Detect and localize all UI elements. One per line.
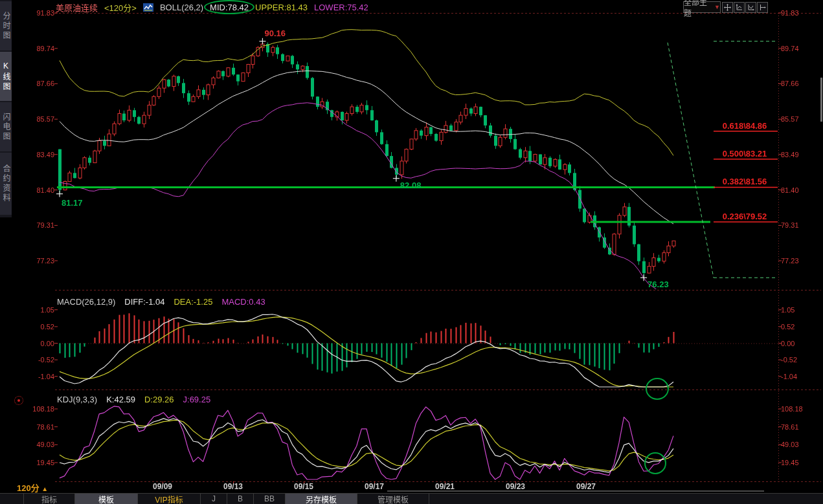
tab-save-template[interactable]: 另存模板: [286, 494, 357, 504]
kdj-axis-label: 19.45: [781, 459, 799, 466]
tab-label: 指标: [41, 494, 57, 504]
y-axis-label: 77.23: [781, 257, 799, 265]
kdj-axis-label: 78.61: [14, 423, 54, 431]
pan-right-icon[interactable]: [757, 2, 768, 13]
y-axis-label: 81.40: [781, 186, 799, 194]
sidebar-item-timeshare-chart[interactable]: 分时图: [0, 1, 12, 50]
bottom-toolbar: 指标 模板 VIP指标 J B BB 另存模板 管理模板: [0, 493, 823, 504]
line-chart-icon[interactable]: [143, 3, 153, 12]
y-axis-label: 89.74: [14, 45, 54, 52]
kdj-axis-label: 108.18: [14, 405, 54, 413]
indicator-settings-icon[interactable]: [14, 396, 23, 405]
macd-axis-label: 0.52: [14, 323, 54, 331]
x-axis-date-label: 09/17: [365, 482, 384, 491]
left-sidebar: 分时图 K线图 闪电图 合约资料: [0, 0, 12, 504]
annotation-ellipse: [204, 0, 254, 14]
fit-axis-icon[interactable]: [734, 2, 745, 13]
theme-dropdown-label: 全部主题: [684, 0, 712, 18]
boll-upper-value: UPPER:81.43: [255, 3, 308, 12]
x-axis-date-label: 09/15: [294, 482, 313, 491]
chart-header: 美原油连续 <120分> BOLL(26,2) MID:78.42 UPPER:…: [56, 1, 368, 13]
chart-canvas[interactable]: [0, 0, 823, 504]
price-marker-label: 81.17: [62, 198, 83, 208]
tab-manage-templates[interactable]: 管理模板: [357, 494, 429, 504]
sidebar-item-label: K线图: [0, 61, 12, 92]
sidebar-item-lightning-chart[interactable]: 闪电图: [0, 102, 12, 151]
app-window: 分时图 K线图 闪电图 合约资料 美原油连续 <120分> BOLL(26,2)…: [0, 0, 823, 504]
vertical-scrollbar[interactable]: [820, 78, 822, 122]
period-label: 120分: [17, 483, 39, 493]
sidebar-item-label: 分时图: [0, 12, 12, 41]
price-marker-label: 90.16: [264, 28, 286, 38]
y-axis-label: 85.57: [14, 115, 54, 123]
x-axis-date-label: 09/09: [153, 482, 172, 491]
tab-label: VIP指标: [155, 494, 183, 504]
y-axis-label: 87.66: [781, 80, 799, 87]
x-axis-date-label: 09/13: [223, 482, 243, 491]
period-tag: <120分>: [104, 1, 137, 14]
y-axis-label: 91.83: [781, 9, 799, 17]
macd-axis-label: 0.00: [781, 340, 795, 347]
macd-axis-label: 0.00: [14, 340, 54, 347]
macd-title: MACD(26,12,9): [57, 297, 115, 307]
tab-indicators[interactable]: 指标: [23, 494, 75, 504]
symbol-title: 美原油连续: [56, 1, 98, 14]
macd-panel-header: MACD(26,12,9) DIFF:-1.04 DEA:-1.25 MACD:…: [57, 297, 265, 307]
kdj-axis-label: 78.61: [781, 423, 799, 431]
macd-axis-label: -0.52: [14, 356, 54, 364]
y-axis-label: 81.40: [14, 186, 54, 194]
period-selector[interactable]: 120分 ▲: [17, 481, 48, 494]
scale-axis-icon[interactable]: [745, 2, 756, 13]
kdj-j-value: J:69.25: [183, 395, 211, 405]
macd-axis-label: -1.04: [781, 373, 797, 380]
triangle-up-icon: ▲: [41, 485, 48, 492]
price-marker-label: 82.08: [400, 181, 422, 190]
kdj-title: KDJ(9,3,3): [57, 395, 97, 405]
horizontal-scrollbar[interactable]: [387, 490, 764, 492]
kdj-axis-label: 19.45: [14, 459, 54, 466]
macd-axis-label: 0.52: [781, 323, 795, 331]
tab-label: 另存模板: [306, 494, 337, 504]
sidebar-item-label: 闪电图: [0, 113, 12, 142]
sidebar-item-contract-info[interactable]: 合约资料: [0, 153, 12, 215]
tab-label: BB: [264, 494, 275, 503]
x-axis-date-label: 09/21: [435, 482, 455, 491]
macd-bar-value: MACD:0.43: [221, 297, 265, 307]
y-axis-label: 87.66: [14, 80, 54, 87]
macd-axis-label: -1.04: [14, 373, 54, 380]
theme-dropdown[interactable]: 全部主题 ▼: [683, 1, 721, 13]
macd-axis-label: 1.05: [781, 306, 795, 314]
macd-dea-value: DEA:-1.25: [174, 297, 212, 307]
boll-lower-value: LOWER:75.42: [314, 3, 368, 12]
macd-diff-value: DIFF:-1.04: [124, 297, 164, 307]
price-marker-label: 76.23: [648, 279, 669, 289]
kdj-axis-label: 49.03: [14, 441, 54, 448]
tab-b[interactable]: B: [227, 494, 254, 504]
y-axis-label: 91.83: [14, 9, 54, 17]
macd-axis-label: -0.52: [781, 356, 797, 364]
tab-label: B: [238, 494, 243, 503]
sidebar-item-kline-chart[interactable]: K线图: [0, 52, 12, 101]
macd-axis-label: 1.05: [14, 306, 54, 314]
x-axis-date-label: 09/27: [576, 482, 596, 491]
tab-j[interactable]: J: [201, 494, 227, 504]
y-axis-label: 79.31: [781, 221, 799, 229]
y-axis-label: 79.31: [14, 221, 54, 229]
y-axis-label: 83.49: [14, 151, 54, 159]
fib-level-label: 0.236\79.52: [712, 212, 777, 221]
tab-label: J: [212, 494, 216, 503]
fib-level-label: 0.618\84.86: [712, 121, 777, 131]
indicator-name: BOLL(26,2): [160, 3, 203, 12]
tab-templates[interactable]: 模板: [75, 494, 138, 504]
move-icon[interactable]: [722, 2, 733, 13]
chevron-down-icon: ▼: [714, 4, 720, 10]
boll-mid-value: MID:78.42: [210, 3, 249, 12]
tab-label: 模板: [98, 494, 114, 504]
kdj-k-value: K:42.59: [106, 395, 135, 405]
fib-level-label: 0.500\83.21: [712, 149, 777, 159]
kdj-axis-label: 108.18: [781, 405, 803, 413]
tab-vip-indicators[interactable]: VIP指标: [138, 494, 201, 504]
tab-bb[interactable]: BB: [254, 494, 286, 504]
kdj-panel-header: KDJ(9,3,3) K:42.59 D:29.26 J:69.25: [57, 395, 210, 405]
y-axis-label: 85.57: [781, 115, 799, 123]
